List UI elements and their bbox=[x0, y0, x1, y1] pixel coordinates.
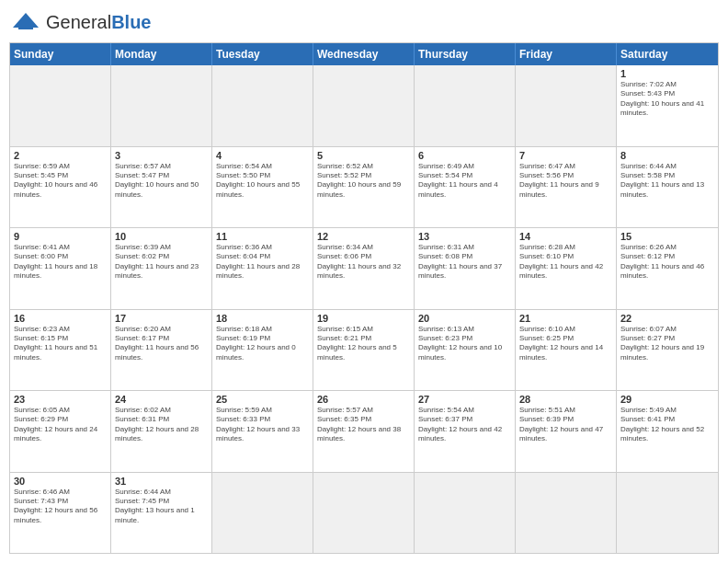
cell-empty bbox=[415, 473, 516, 554]
cell-23: 23Sunrise: 6:05 AM Sunset: 6:29 PM Dayli… bbox=[10, 391, 111, 472]
cell-29: 29Sunrise: 5:49 AM Sunset: 6:41 PM Dayli… bbox=[617, 391, 718, 472]
cell-info: Sunrise: 5:57 AM Sunset: 6:35 PM Dayligh… bbox=[317, 406, 410, 444]
cell-31: 31Sunrise: 6:44 AM Sunset: 7:45 PM Dayli… bbox=[111, 473, 212, 554]
cell-info: Sunrise: 6:10 AM Sunset: 6:25 PM Dayligh… bbox=[519, 325, 612, 363]
cell-empty bbox=[313, 65, 415, 146]
cell-info: Sunrise: 6:20 AM Sunset: 6:17 PM Dayligh… bbox=[115, 325, 208, 363]
cell-number: 26 bbox=[317, 394, 410, 405]
cell-info: Sunrise: 6:44 AM Sunset: 5:58 PM Dayligh… bbox=[620, 162, 714, 201]
cell-info: Sunrise: 6:49 AM Sunset: 5:54 PM Dayligh… bbox=[418, 162, 511, 201]
cell-info: Sunrise: 5:59 AM Sunset: 6:33 PM Dayligh… bbox=[216, 406, 309, 444]
cell-20: 20Sunrise: 6:13 AM Sunset: 6:23 PM Dayli… bbox=[415, 310, 516, 391]
cell-number: 7 bbox=[519, 150, 612, 161]
cell-info: Sunrise: 6:52 AM Sunset: 5:52 PM Dayligh… bbox=[317, 162, 410, 201]
cell-empty bbox=[313, 473, 415, 554]
cell-number: 17 bbox=[115, 313, 208, 324]
cell-empty bbox=[516, 65, 617, 146]
cell-empty bbox=[212, 473, 313, 554]
cell-number: 1 bbox=[620, 68, 714, 79]
cell-number: 6 bbox=[418, 150, 511, 161]
cell-number: 5 bbox=[317, 150, 410, 161]
day-headers: SundayMondayTuesdayWednesdayThursdayFrid… bbox=[10, 43, 718, 65]
cell-info: Sunrise: 6:46 AM Sunset: 7:43 PM Dayligh… bbox=[14, 488, 107, 526]
cell-info: Sunrise: 6:39 AM Sunset: 6:02 PM Dayligh… bbox=[115, 243, 208, 282]
cell-number: 30 bbox=[14, 476, 107, 487]
cell-info: Sunrise: 6:36 AM Sunset: 6:04 PM Dayligh… bbox=[216, 243, 309, 282]
cell-number: 27 bbox=[418, 394, 511, 405]
cell-number: 16 bbox=[14, 313, 107, 324]
cell-info: Sunrise: 5:51 AM Sunset: 6:39 PM Dayligh… bbox=[519, 406, 612, 444]
cell-info: Sunrise: 6:57 AM Sunset: 5:47 PM Dayligh… bbox=[115, 162, 208, 201]
cell-number: 31 bbox=[115, 476, 208, 487]
cell-7: 7Sunrise: 6:47 AM Sunset: 5:56 PM Daylig… bbox=[516, 147, 617, 228]
svg-rect-2 bbox=[18, 26, 33, 29]
cell-info: Sunrise: 5:54 AM Sunset: 6:37 PM Dayligh… bbox=[418, 406, 511, 444]
cell-info: Sunrise: 6:41 AM Sunset: 6:00 PM Dayligh… bbox=[14, 243, 107, 282]
cell-number: 3 bbox=[115, 150, 208, 161]
cell-info: Sunrise: 6:31 AM Sunset: 6:08 PM Dayligh… bbox=[418, 243, 511, 282]
cell-28: 28Sunrise: 5:51 AM Sunset: 6:39 PM Dayli… bbox=[516, 391, 617, 472]
cell-info: Sunrise: 6:26 AM Sunset: 6:12 PM Dayligh… bbox=[620, 243, 714, 282]
cell-number: 4 bbox=[216, 150, 309, 161]
cell-18: 18Sunrise: 6:18 AM Sunset: 6:19 PM Dayli… bbox=[212, 310, 313, 391]
cell-2: 2Sunrise: 6:59 AM Sunset: 5:45 PM Daylig… bbox=[10, 147, 111, 228]
cell-info: Sunrise: 6:18 AM Sunset: 6:19 PM Dayligh… bbox=[216, 325, 309, 363]
cell-4: 4Sunrise: 6:54 AM Sunset: 5:50 PM Daylig… bbox=[212, 147, 313, 228]
calendar-row-3: 9Sunrise: 6:41 AM Sunset: 6:00 PM Daylig… bbox=[10, 227, 718, 309]
cell-6: 6Sunrise: 6:49 AM Sunset: 5:54 PM Daylig… bbox=[415, 147, 516, 228]
cell-number: 12 bbox=[317, 231, 410, 242]
cell-info: Sunrise: 6:13 AM Sunset: 6:23 PM Dayligh… bbox=[418, 325, 511, 363]
cell-info: Sunrise: 6:54 AM Sunset: 5:50 PM Dayligh… bbox=[216, 162, 309, 201]
cell-number: 19 bbox=[317, 313, 410, 324]
cell-empty bbox=[212, 65, 313, 146]
day-header-saturday: Saturday bbox=[617, 43, 718, 65]
cell-number: 10 bbox=[115, 231, 208, 242]
cell-info: Sunrise: 6:02 AM Sunset: 6:31 PM Dayligh… bbox=[115, 406, 208, 444]
cell-empty bbox=[617, 473, 718, 554]
cell-5: 5Sunrise: 6:52 AM Sunset: 5:52 PM Daylig… bbox=[313, 147, 415, 228]
day-header-thursday: Thursday bbox=[415, 43, 516, 65]
logo-text: GeneralBlue bbox=[46, 12, 152, 33]
cell-info: Sunrise: 7:02 AM Sunset: 5:43 PM Dayligh… bbox=[620, 80, 714, 119]
cell-number: 15 bbox=[620, 231, 714, 242]
calendar-row-4: 16Sunrise: 6:23 AM Sunset: 6:15 PM Dayli… bbox=[10, 309, 718, 391]
calendar-body: 1Sunrise: 7:02 AM Sunset: 5:43 PM Daylig… bbox=[10, 65, 718, 553]
cell-10: 10Sunrise: 6:39 AM Sunset: 6:02 PM Dayli… bbox=[111, 228, 212, 309]
cell-info: Sunrise: 6:34 AM Sunset: 6:06 PM Dayligh… bbox=[317, 243, 410, 282]
cell-number: 14 bbox=[519, 231, 612, 242]
cell-number: 24 bbox=[115, 394, 208, 405]
cell-27: 27Sunrise: 5:54 AM Sunset: 6:37 PM Dayli… bbox=[415, 391, 516, 472]
cell-info: Sunrise: 6:59 AM Sunset: 5:45 PM Dayligh… bbox=[14, 162, 107, 201]
cell-25: 25Sunrise: 5:59 AM Sunset: 6:33 PM Dayli… bbox=[212, 391, 313, 472]
cell-17: 17Sunrise: 6:20 AM Sunset: 6:17 PM Dayli… bbox=[111, 310, 212, 391]
day-header-tuesday: Tuesday bbox=[212, 43, 313, 65]
cell-19: 19Sunrise: 6:15 AM Sunset: 6:21 PM Dayli… bbox=[313, 310, 415, 391]
cell-info: Sunrise: 6:28 AM Sunset: 6:10 PM Dayligh… bbox=[519, 243, 612, 282]
cell-12: 12Sunrise: 6:34 AM Sunset: 6:06 PM Dayli… bbox=[313, 228, 415, 309]
cell-number: 25 bbox=[216, 394, 309, 405]
cell-3: 3Sunrise: 6:57 AM Sunset: 5:47 PM Daylig… bbox=[111, 147, 212, 228]
cell-22: 22Sunrise: 6:07 AM Sunset: 6:27 PM Dayli… bbox=[617, 310, 718, 391]
cell-info: Sunrise: 6:07 AM Sunset: 6:27 PM Dayligh… bbox=[620, 325, 714, 363]
cell-24: 24Sunrise: 6:02 AM Sunset: 6:31 PM Dayli… bbox=[111, 391, 212, 472]
cell-21: 21Sunrise: 6:10 AM Sunset: 6:25 PM Dayli… bbox=[516, 310, 617, 391]
cell-info: Sunrise: 6:15 AM Sunset: 6:21 PM Dayligh… bbox=[317, 325, 410, 363]
cell-number: 21 bbox=[519, 313, 612, 324]
day-header-wednesday: Wednesday bbox=[313, 43, 415, 65]
calendar-row-1: 1Sunrise: 7:02 AM Sunset: 5:43 PM Daylig… bbox=[10, 65, 718, 146]
cell-info: Sunrise: 6:44 AM Sunset: 7:45 PM Dayligh… bbox=[115, 488, 208, 526]
cell-number: 23 bbox=[14, 394, 107, 405]
cell-14: 14Sunrise: 6:28 AM Sunset: 6:10 PM Dayli… bbox=[516, 228, 617, 309]
cell-8: 8Sunrise: 6:44 AM Sunset: 5:58 PM Daylig… bbox=[617, 147, 718, 228]
cell-9: 9Sunrise: 6:41 AM Sunset: 6:00 PM Daylig… bbox=[10, 228, 111, 309]
cell-number: 8 bbox=[620, 150, 714, 161]
cell-15: 15Sunrise: 6:26 AM Sunset: 6:12 PM Dayli… bbox=[617, 228, 718, 309]
cell-empty bbox=[111, 65, 212, 146]
cell-info: Sunrise: 6:47 AM Sunset: 5:56 PM Dayligh… bbox=[519, 162, 612, 201]
cell-empty bbox=[516, 473, 617, 554]
cell-empty bbox=[415, 65, 516, 146]
cell-number: 29 bbox=[620, 394, 714, 405]
page-header: GeneralBlue bbox=[9, 9, 719, 35]
calendar-row-2: 2Sunrise: 6:59 AM Sunset: 5:45 PM Daylig… bbox=[10, 146, 718, 228]
cell-number: 20 bbox=[418, 313, 511, 324]
